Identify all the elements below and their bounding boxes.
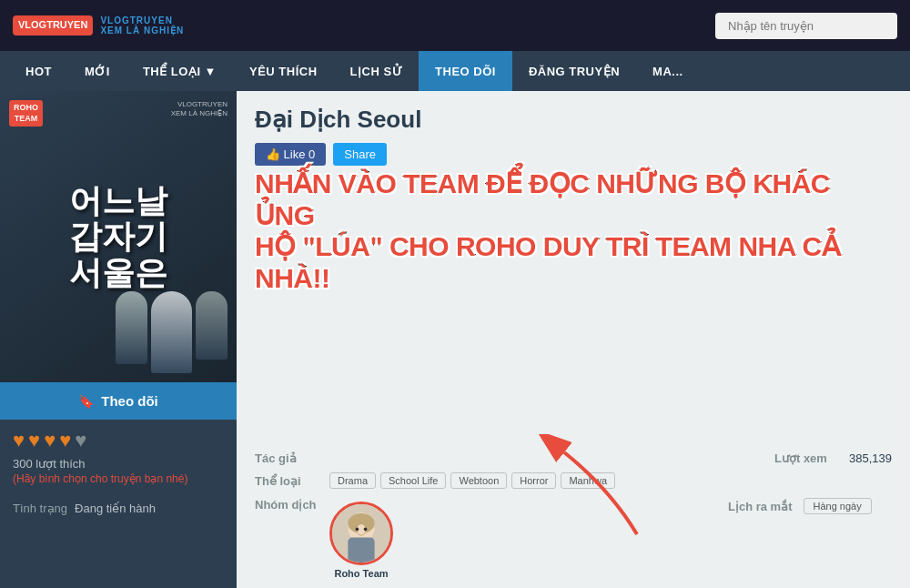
team-avatar-area[interactable]: Roho Team xyxy=(329,502,393,579)
genre-school[interactable]: School Life xyxy=(380,472,446,489)
nav-item-yeuthich[interactable]: YÊU THÍCH xyxy=(233,51,334,91)
action-row: 👍 Like 0 Share xyxy=(237,143,910,175)
nav-item-lichsu[interactable]: LỊCH SỬ xyxy=(334,51,420,91)
translator-col: Nhóm dịch xyxy=(255,498,528,579)
avatar-svg xyxy=(332,502,390,565)
info-section: Tác giả Lượt xem 385,139 Thể loại Drama … xyxy=(237,446,910,588)
bookmark-icon: 🔖 xyxy=(78,394,94,409)
status-row: Tình trạng Đang tiến hành xyxy=(0,494,237,522)
status-value: Đang tiến hành xyxy=(75,502,156,515)
status-label: Tình trạng xyxy=(13,502,67,515)
svg-rect-3 xyxy=(348,538,374,563)
translator-label: Nhóm dịch xyxy=(255,498,318,512)
promo-line1: NHẤN VÀO TEAM ĐỂ ĐỌC NHỮNG BỘ KHÁC ỦNG xyxy=(255,168,892,231)
korean-title: 어느날갑자기서울은 xyxy=(69,183,167,291)
heart-2[interactable]: ♥ xyxy=(28,429,40,452)
nav-item-more[interactable]: MA... xyxy=(636,51,700,91)
genre-label: Thể loại xyxy=(255,474,318,488)
logo[interactable]: VLOGTRUYEN VLOGTRUYEN XEM LÀ NGHIỆN xyxy=(13,15,184,35)
manga-title: Đại Dịch Seoul xyxy=(237,91,910,143)
left-panel: ROHO TEAM VLOGTRUYEN XEM LÀ NGHIỆN 어느날갑자… xyxy=(0,91,237,588)
vote-text: (Hãy bình chọn cho truyện bạn nhé) xyxy=(0,472,237,494)
logo-text: VLOGTRUYEN XEM LÀ NGHIỆN xyxy=(100,15,184,35)
svg-point-5 xyxy=(356,528,359,532)
search-input[interactable] xyxy=(715,13,897,39)
share-button[interactable]: Share xyxy=(333,143,387,166)
logo-icon: VLOGTRUYEN xyxy=(13,15,93,35)
views-row: Lượt xem 385,139 xyxy=(774,451,892,465)
hearts-row: ♥ ♥ ♥ ♥ ♥ xyxy=(0,420,237,457)
heart-3[interactable]: ♥ xyxy=(44,429,56,452)
nav-item-hot[interactable]: HOT xyxy=(9,51,68,91)
nav-item-moi[interactable]: MỚI xyxy=(68,51,126,91)
nav-item-theloai[interactable]: THỂ LOẠI ▼ xyxy=(126,51,233,91)
likes-count: 300 lượt thích xyxy=(0,457,237,472)
translator-release-row: Nhóm dịch xyxy=(255,492,892,579)
release-value: Hàng ngày xyxy=(804,498,872,514)
roho-badge: ROHO TEAM xyxy=(9,100,43,127)
arrow-area: Lịch ra mắt Hàng ngày xyxy=(546,498,892,514)
release-row: Lịch ra mắt Hàng ngày xyxy=(728,498,892,514)
arrow-svg xyxy=(491,434,673,543)
promo-overlay: NHẤN VÀO TEAM ĐỂ ĐỌC NHỮNG BỘ KHÁC ỦNG H… xyxy=(255,168,892,294)
author-label: Tác giả xyxy=(255,451,318,465)
nav-item-dangtruyen[interactable]: ĐĂNG TRUYỆN xyxy=(512,51,636,91)
heart-empty[interactable]: ♥ xyxy=(75,429,86,452)
team-avatar xyxy=(329,502,393,565)
nav-bar: HOT MỚI THỂ LOẠI ▼ YÊU THÍCH LỊCH SỬ THE… xyxy=(0,51,910,91)
follow-label: Theo dõi xyxy=(101,393,158,409)
like-button[interactable]: 👍 Like 0 xyxy=(255,143,326,166)
logo-sub-text: XEM LÀ NGHIỆN xyxy=(100,25,184,35)
follow-button[interactable]: 🔖 Theo dõi xyxy=(0,382,237,420)
character-silhouettes xyxy=(116,291,228,373)
vlogtruyen-watermark: VLOGTRUYEN XEM LÀ NGHIỆN xyxy=(171,100,228,119)
main-content: ROHO TEAM VLOGTRUYEN XEM LÀ NGHIỆN 어느날갑자… xyxy=(0,91,910,588)
promo-line2: HỘ "LÚA" CHO ROHO DUY TRÌ TEAM NHA CẢ NH… xyxy=(255,231,892,294)
right-panel: Đại Dịch Seoul 👍 Like 0 Share NHẤN VÀO T… xyxy=(237,91,910,588)
nav-item-theodoi[interactable]: THEO DÕI xyxy=(419,51,512,91)
logo-main-text: VLOGTRUYEN xyxy=(100,15,184,25)
views-label: Lượt xem xyxy=(774,451,838,465)
views-value: 385,139 xyxy=(849,451,892,465)
release-label: Lịch ra mắt xyxy=(728,500,793,513)
author-row: Tác giả xyxy=(255,451,329,465)
heart-4[interactable]: ♥ xyxy=(59,429,71,452)
genre-drama[interactable]: Drama xyxy=(329,472,376,489)
svg-point-6 xyxy=(364,528,368,532)
team-name-label: Roho Team xyxy=(334,568,388,579)
cover-image: ROHO TEAM VLOGTRUYEN XEM LÀ NGHIỆN 어느날갑자… xyxy=(0,91,237,382)
heart-1[interactable]: ♥ xyxy=(13,429,25,452)
header: VLOGTRUYEN VLOGTRUYEN XEM LÀ NGHIỆN xyxy=(0,0,910,51)
